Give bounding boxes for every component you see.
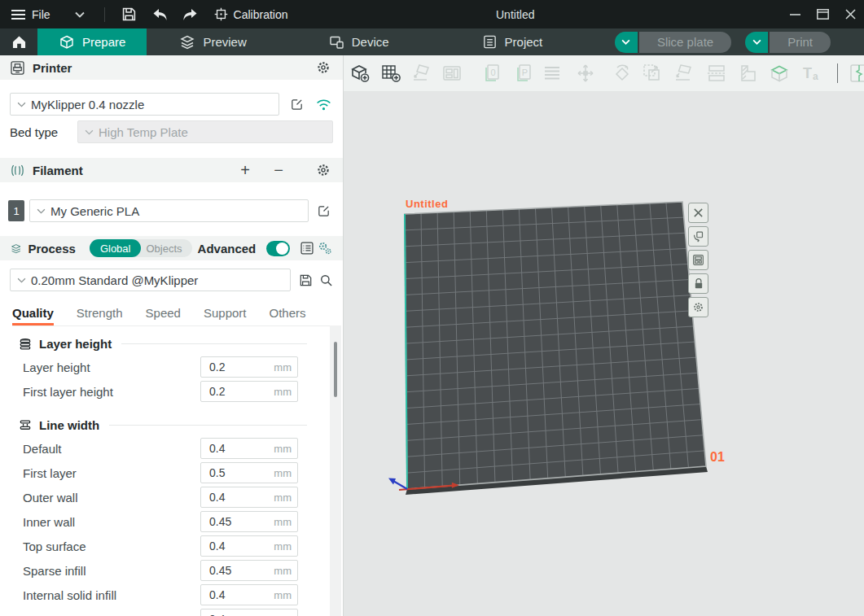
auto-orient-button[interactable] [411, 63, 432, 84]
search-preset-button[interactable] [319, 270, 333, 290]
tab-strength[interactable]: Strength [77, 306, 123, 325]
tab-device[interactable]: Device [307, 28, 410, 55]
scale-tool-button[interactable] [642, 63, 663, 84]
import-profile-button[interactable]: P [513, 63, 534, 84]
assembly-view-button[interactable] [769, 63, 790, 84]
text-tool-button[interactable]: Ta [800, 63, 822, 84]
process-preset-dropdown[interactable]: 0.20mm Standard @MyKlipper [10, 269, 291, 291]
undo-button[interactable] [147, 4, 173, 25]
delete-plate-button[interactable] [688, 203, 708, 223]
first-layer-line-width-input[interactable]: 0.5 mm [200, 462, 298, 483]
chevron-down-icon [17, 102, 26, 107]
home-button[interactable] [0, 28, 37, 55]
tab-prepare[interactable]: Prepare [37, 28, 147, 55]
import-objects-button[interactable]: 0 [481, 63, 502, 84]
print-label[interactable]: Print [770, 32, 831, 53]
save-button[interactable] [116, 4, 143, 25]
bed-type-dropdown[interactable]: High Temp Plate [77, 120, 333, 143]
viewport[interactable]: 0 P [344, 55, 864, 616]
param-unit: mm [274, 386, 297, 398]
tab-project-label: Project [505, 35, 543, 49]
wifi-connection-icon[interactable] [314, 94, 333, 114]
layer-height-input[interactable]: 0.2 mm [200, 356, 298, 378]
advanced-toggle[interactable] [266, 241, 290, 256]
chevron-down-icon [17, 277, 26, 283]
line-width-icon [18, 417, 33, 432]
filament-slot-badge[interactable]: 1 [8, 200, 24, 221]
print-options-chevron[interactable] [745, 32, 768, 53]
outer-wall-line-width-input[interactable]: 0.4 mm [200, 487, 298, 508]
slice-options-chevron[interactable] [615, 32, 638, 53]
tab-speed[interactable]: Speed [146, 306, 181, 325]
support-line-width-input[interactable]: 0.4 mm [200, 609, 298, 616]
support-paint-button[interactable] [738, 63, 759, 84]
param-value: 0.4 [201, 613, 225, 616]
plate-title-label[interactable]: Untitled [406, 198, 448, 210]
add-filament-button[interactable]: + [235, 160, 255, 180]
scope-global[interactable]: Global [90, 239, 142, 257]
minimize-button[interactable] [781, 0, 809, 28]
add-object-button[interactable] [349, 63, 371, 84]
internal-solid-infill-line-width-input[interactable]: 0.4 mm [200, 584, 298, 605]
scope-objects[interactable]: Objects [141, 242, 191, 255]
close-icon [693, 208, 704, 218]
arrange-button[interactable] [441, 63, 463, 84]
tab-project[interactable]: Project [461, 28, 564, 55]
scrollbar-thumb[interactable] [334, 342, 337, 397]
process-scope-toggle[interactable]: Global Objects [90, 239, 192, 257]
maximize-button[interactable] [809, 0, 836, 28]
filament-settings-button[interactable] [314, 160, 333, 180]
move-tool-button[interactable] [575, 63, 596, 84]
calibration-icon [214, 7, 228, 21]
scene-3d[interactable]: Untitled 01 [344, 92, 864, 616]
arrange-plate-button[interactable] [688, 250, 708, 270]
split-tool-button[interactable] [849, 63, 864, 84]
param-label: Top surface [0, 540, 200, 553]
scrollbar[interactable] [330, 325, 341, 616]
inner-wall-line-width-input[interactable]: 0.45 mm [200, 511, 298, 532]
lock-plate-button[interactable] [688, 273, 708, 294]
search-icon [319, 273, 333, 287]
gear-icon [692, 301, 704, 313]
tab-quality[interactable]: Quality [12, 306, 54, 325]
process-section-title: Process [29, 242, 76, 256]
printer-preset-dropdown[interactable]: MyKlipper 0.4 nozzle [10, 93, 279, 116]
printer-settings-button[interactable] [314, 58, 333, 77]
remove-filament-button[interactable]: − [269, 160, 288, 180]
slice-plate-label[interactable]: Slice plate [639, 32, 731, 53]
tab-others[interactable]: Others [270, 306, 306, 325]
file-menu[interactable]: File [11, 8, 50, 21]
tab-support[interactable]: Support [204, 306, 247, 325]
parameter-search-button[interactable] [317, 238, 333, 258]
parameter-list: Layer height Layer height 0.2 mm First l… [0, 325, 330, 616]
redo-button[interactable] [177, 4, 203, 25]
close-button[interactable] [836, 0, 864, 28]
lay-on-face-button[interactable] [673, 63, 695, 84]
print-button: Print [745, 32, 831, 53]
sparse-infill-line-width-input[interactable]: 0.45 mm [200, 560, 298, 581]
titlebar-divider [104, 7, 105, 22]
auto-orient-plate-button[interactable] [688, 226, 708, 247]
top-surface-line-width-input[interactable]: 0.4 mm [200, 535, 298, 557]
parameter-table-button[interactable] [299, 238, 315, 258]
save-preset-button[interactable] [299, 270, 313, 290]
add-plate-button[interactable] [380, 63, 401, 84]
rotate-tool-button[interactable] [612, 63, 633, 84]
tab-preview[interactable]: Preview [158, 28, 267, 55]
edit-filament-button[interactable] [314, 201, 333, 221]
object-list-button[interactable] [542, 63, 563, 84]
chevron-down-icon [37, 208, 46, 214]
default-line-width-input[interactable]: 0.4 mm [200, 438, 298, 459]
cut-tool-button[interactable] [706, 63, 727, 84]
edit-printer-button[interactable] [287, 94, 306, 114]
printer-section-title: Printer [33, 61, 72, 75]
file-menu-chevron[interactable] [67, 4, 93, 25]
calibration-button[interactable]: Calibration [214, 7, 288, 21]
plate-number-label: 01 [710, 450, 725, 465]
filament-preset-dropdown[interactable]: My Generic PLA [29, 199, 309, 222]
plate-settings-button[interactable] [688, 297, 708, 317]
first-layer-height-input[interactable]: 0.2 mm [200, 381, 298, 402]
param-row: First layer height 0.2 mm [0, 379, 330, 404]
cut-icon [706, 63, 727, 84]
lay-flat-icon [673, 63, 695, 84]
